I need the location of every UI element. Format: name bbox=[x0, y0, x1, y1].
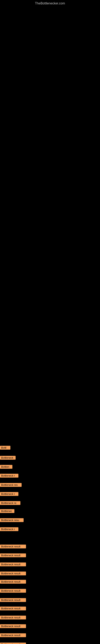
bottleneck-result-item: Bottleneck result bbox=[0, 624, 26, 628]
bottleneck-result-item: Bottleneck bbox=[0, 456, 16, 460]
bottleneck-result-item: Bottleneck result bbox=[0, 572, 26, 575]
bottleneck-result-item: Bottleneck result bbox=[0, 642, 26, 644]
bottleneck-result-item: Bottleneck result bbox=[0, 633, 26, 637]
site-title: TheBottlenecker.com bbox=[0, 0, 100, 5]
bottleneck-result-item: Bottleneck result bbox=[0, 606, 26, 610]
bottleneck-result-item: Bottleneck result bbox=[0, 544, 26, 548]
bottleneck-result-item: Bottl bbox=[0, 446, 10, 450]
bottleneck-result-item: Bottleneck result bbox=[0, 562, 26, 566]
bottleneck-result-item: Bottleneck resu bbox=[0, 518, 24, 522]
bottleneck-result-item: Bottleneck re bbox=[0, 501, 20, 505]
bottleneck-result-item: Bottleneck res bbox=[0, 483, 22, 487]
bottleneck-result-item: Bottlen bbox=[0, 465, 12, 469]
bottleneck-result-item: Bottleneck result bbox=[0, 580, 26, 584]
bottleneck-result-item: Bottlenec bbox=[0, 509, 14, 513]
bottleneck-result-item: Bottleneck result bbox=[0, 598, 26, 602]
bottleneck-result-item: Bottleneck result bbox=[0, 589, 26, 593]
bottleneck-result-item: Bottleneck r bbox=[0, 527, 18, 531]
bottleneck-result-item: Bottleneck result bbox=[0, 554, 26, 557]
bottleneck-result-item: Bottleneck result bbox=[0, 616, 26, 620]
bottleneck-result-item: Bottleneck r bbox=[0, 474, 18, 478]
bottleneck-result-item: Bottleneck r bbox=[0, 492, 18, 496]
